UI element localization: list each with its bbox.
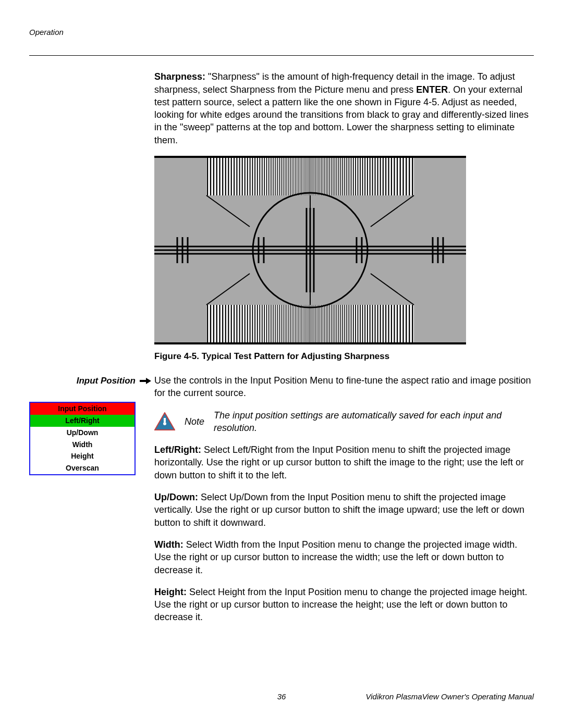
menu-item: Width <box>30 439 134 451</box>
input-position-side-label: Input Position <box>77 375 151 387</box>
section-header: Operation <box>29 27 534 38</box>
input-position-intro: Use the controls in the Input Position M… <box>154 374 534 400</box>
menu-item: Height <box>30 450 134 462</box>
page-number: 36 <box>277 692 286 702</box>
menu-item: Up/Down <box>30 427 134 439</box>
page-footer: 36 Vidikron PlasmaView Owner's Operating… <box>29 692 534 702</box>
menu-item-selected: Left/Right <box>30 415 134 427</box>
note-text: The input position settings are automati… <box>214 409 534 435</box>
test-pattern-figure <box>154 156 534 344</box>
svg-rect-221 <box>164 418 166 422</box>
sharpness-paragraph: Sharpness: "Sharpness" is the amount of … <box>154 70 534 146</box>
header-rule <box>29 55 534 56</box>
svg-rect-1 <box>154 156 466 158</box>
figure-caption: Figure 4-5. Typical Test Pattern for Adj… <box>154 351 534 363</box>
arrow-right-icon <box>140 378 151 384</box>
manual-title: Vidikron PlasmaView Owner's Operating Ma… <box>366 692 534 702</box>
up-down-paragraph: Up/Down: Select Up/Down from the Input P… <box>154 491 534 529</box>
menu-item: Overscan <box>30 462 134 474</box>
note-label: Note <box>185 415 204 428</box>
input-position-menu: Input Position Left/Right Up/Down Width … <box>29 402 136 475</box>
height-paragraph: Height: Select Height from the Input Pos… <box>154 586 534 624</box>
svg-rect-2 <box>154 342 466 344</box>
left-right-paragraph: Left/Right: Select Left/Right from the I… <box>154 443 534 482</box>
warning-triangle-icon <box>154 412 175 431</box>
menu-title: Input Position <box>30 403 134 415</box>
width-paragraph: Width: Select Width from the Input Posit… <box>154 538 534 576</box>
note-row: Note The input position settings are aut… <box>154 409 534 435</box>
svg-point-220 <box>163 422 166 425</box>
sharpness-label: Sharpness: <box>154 71 205 82</box>
